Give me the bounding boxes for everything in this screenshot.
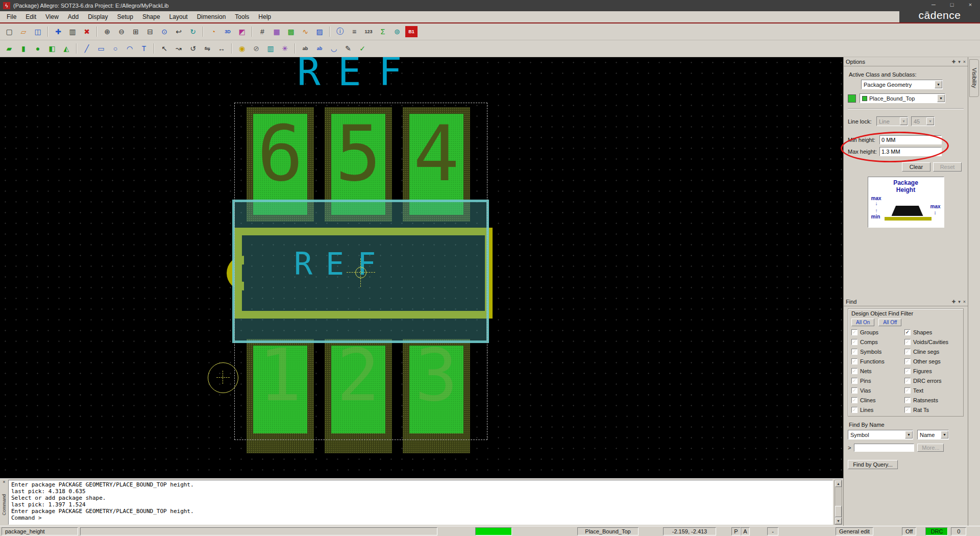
console-scrollbar[interactable]: ▲ ▼ bbox=[835, 480, 842, 525]
checkbox-rat-ts[interactable]: ✓Rat Ts bbox=[904, 407, 958, 413]
checkbox-pins[interactable]: ✓Pins bbox=[851, 378, 904, 384]
highlight-icon[interactable]: ◉ bbox=[235, 42, 249, 55]
find-type-dropdown[interactable]: Symbol ▾ bbox=[848, 430, 913, 440]
add-rect-icon[interactable]: ▭ bbox=[94, 42, 108, 55]
checkbox-lines[interactable]: ✓Lines bbox=[851, 407, 904, 413]
text-ab-icon[interactable]: ab bbox=[299, 42, 312, 55]
show-element-icon[interactable]: ≡ bbox=[348, 26, 361, 38]
subclass-color-button[interactable] bbox=[848, 94, 856, 103]
display-color-icon[interactable]: ▩ bbox=[284, 26, 298, 38]
measure-icon[interactable]: ↔ bbox=[215, 42, 228, 55]
chevron-down-icon[interactable]: ▾ bbox=[935, 81, 942, 88]
menu-tools[interactable]: Tools bbox=[230, 12, 254, 21]
checkbox-drc-errors[interactable]: ✓DRC errors bbox=[904, 378, 958, 384]
subclass-dropdown[interactable]: Place_Bound_Top ▾ bbox=[860, 93, 945, 103]
checkbox-comps[interactable]: ✓Comps bbox=[851, 339, 904, 345]
scroll-up-icon[interactable]: ▲ bbox=[835, 480, 842, 487]
console-tab[interactable]: Command bbox=[1, 487, 7, 523]
find-name-input[interactable] bbox=[854, 444, 914, 452]
checkbox-clines[interactable]: ✓Clines bbox=[851, 397, 904, 403]
pin-icon[interactable]: ✚ bbox=[952, 59, 956, 64]
float-icon[interactable]: ▾ bbox=[958, 299, 961, 304]
edit-pencil-icon[interactable]: ✎ bbox=[341, 42, 355, 55]
close-panel-icon[interactable]: × bbox=[963, 299, 966, 304]
pin-icon[interactable]: ✚ bbox=[952, 299, 956, 304]
console-close-icon[interactable]: × bbox=[1, 479, 7, 485]
assign-color-icon[interactable]: ▨ bbox=[313, 26, 326, 38]
float-icon[interactable]: ▾ bbox=[958, 59, 961, 64]
checkbox-vias[interactable]: ✓Vias bbox=[851, 387, 904, 394]
reports-icon[interactable]: Σ bbox=[376, 26, 389, 38]
grid-toggle-icon[interactable]: # bbox=[256, 26, 269, 38]
zoom-in-icon[interactable]: ⊕ bbox=[101, 26, 114, 38]
z-copy-icon[interactable]: ▥ bbox=[264, 42, 277, 55]
menu-layout[interactable]: Layout bbox=[165, 12, 192, 21]
ref-text-top[interactable]: REF bbox=[297, 57, 419, 94]
checkbox-text[interactable]: ✓Text bbox=[904, 387, 958, 394]
menu-add[interactable]: Add bbox=[63, 12, 83, 21]
design-canvas[interactable]: REF 6 5 4 1 2 3 REF bbox=[0, 57, 843, 478]
fillet-icon[interactable]: ◡ bbox=[327, 42, 340, 55]
spin-icon[interactable]: ↺ bbox=[186, 42, 200, 55]
checkbox-groups[interactable]: ✓Groups bbox=[851, 329, 904, 335]
mirror-icon[interactable]: ⇋ bbox=[201, 42, 214, 55]
menu-display[interactable]: Display bbox=[83, 12, 112, 21]
zoom-out-icon[interactable]: ⊖ bbox=[115, 26, 128, 38]
clear-button[interactable]: Clear bbox=[902, 162, 930, 172]
ratsnest-icon[interactable]: ∿ bbox=[299, 26, 312, 38]
checkbox-ratsnests[interactable]: ✓Ratsnests bbox=[904, 397, 958, 403]
new-file-icon[interactable]: ▢ bbox=[3, 26, 16, 38]
shape-edit-boundary-icon[interactable]: ◧ bbox=[45, 42, 59, 55]
stopwatch-icon[interactable]: ◔ bbox=[207, 26, 220, 38]
chevron-down-icon[interactable]: ▾ bbox=[937, 94, 945, 102]
zoom-points-icon[interactable]: ⊞ bbox=[129, 26, 142, 38]
add-circle-icon[interactable]: ○ bbox=[109, 42, 122, 55]
menu-shape[interactable]: Shape bbox=[138, 12, 165, 21]
dehighlight-icon[interactable]: ⊘ bbox=[250, 42, 263, 55]
chevron-down-icon[interactable]: ▾ bbox=[941, 431, 948, 438]
console-output[interactable]: Enter package PACKAGE GEOMETRY/PLACE_BOU… bbox=[8, 480, 833, 525]
menu-setup[interactable]: Setup bbox=[113, 12, 138, 21]
status-drc-badge[interactable]: DRC bbox=[925, 527, 948, 535]
slide-icon[interactable]: ↝ bbox=[172, 42, 185, 55]
checkbox-figures[interactable]: ✓Figures bbox=[904, 368, 958, 374]
color-dialog-icon[interactable]: ▦ bbox=[270, 26, 283, 38]
show-measure-icon[interactable]: 123 bbox=[362, 26, 375, 38]
scrollbar-thumb[interactable] bbox=[835, 506, 842, 517]
status-pick-button[interactable]: P bbox=[731, 527, 741, 535]
minimize-button[interactable]: ─ bbox=[928, 2, 939, 8]
add-line-icon[interactable]: ╱ bbox=[80, 42, 93, 55]
shape-add-circle-icon[interactable]: ● bbox=[31, 42, 44, 55]
move-icon[interactable]: ✚ bbox=[52, 26, 65, 38]
all-on-button[interactable]: All On bbox=[851, 319, 874, 326]
menu-help[interactable]: Help bbox=[254, 12, 276, 21]
checkbox-functions[interactable]: ✓Functions bbox=[851, 358, 904, 364]
find-by-query-button[interactable]: Find by Query... bbox=[848, 460, 898, 469]
web-icon[interactable]: ⊚ bbox=[390, 26, 404, 38]
visibility-tab[interactable]: Visibility bbox=[969, 59, 979, 97]
menu-view[interactable]: View bbox=[41, 12, 63, 21]
find-mode-dropdown[interactable]: Name ▾ bbox=[917, 430, 949, 440]
flip-design-icon[interactable]: ◩ bbox=[235, 26, 249, 38]
zoom-fit-icon[interactable]: ⊟ bbox=[143, 26, 157, 38]
shape-add-polygon-icon[interactable]: ▰ bbox=[3, 42, 16, 55]
redraw-icon[interactable]: ↻ bbox=[186, 26, 200, 38]
chevron-down-icon[interactable]: ▾ bbox=[905, 431, 913, 438]
shape-void-icon[interactable]: ◭ bbox=[60, 42, 73, 55]
checkbox-voids-cavities[interactable]: ✓Voids/Cavities bbox=[904, 339, 958, 345]
open-folder-icon[interactable]: ▱ bbox=[17, 26, 30, 38]
shape-add-rect-icon[interactable]: ▮ bbox=[17, 42, 30, 55]
menu-dimension[interactable]: Dimension bbox=[192, 12, 231, 21]
b1-tool-icon[interactable]: B1 bbox=[405, 26, 418, 38]
status-visibility-off[interactable]: Off bbox=[902, 527, 916, 535]
scroll-down-icon[interactable]: ▼ bbox=[835, 518, 842, 524]
class-dropdown[interactable]: Package Geometry ▾ bbox=[861, 80, 943, 89]
delete-icon[interactable]: ✖ bbox=[80, 26, 93, 38]
zoom-previous-icon[interactable]: ↩ bbox=[172, 26, 185, 38]
info-icon[interactable]: ⓘ bbox=[333, 26, 347, 38]
close-button[interactable]: × bbox=[965, 2, 976, 8]
zoom-world-icon[interactable]: ⊙ bbox=[158, 26, 171, 38]
min-height-input[interactable] bbox=[879, 135, 942, 144]
menu-edit[interactable]: Edit bbox=[21, 12, 41, 21]
add-text-icon[interactable]: T bbox=[137, 42, 151, 55]
